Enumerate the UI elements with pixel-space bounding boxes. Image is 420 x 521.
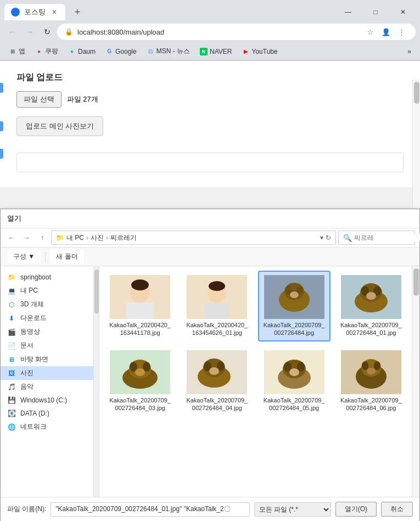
file-item-2[interactable]: KakaoTalk_20200709_002726484.jpg [258, 271, 331, 341]
photos-icon: 🖼 [7, 369, 16, 378]
file-thumb-7 [341, 350, 401, 394]
sidebar-item-music[interactable]: 🎵 음악 [1, 380, 93, 394]
file-grid: KakaoTalk_20200420_163441178.jpg KakaoTa… [104, 271, 407, 416]
filetype-select[interactable]: 모든 파일 (*.* [254, 502, 331, 517]
svg-rect-7 [204, 304, 229, 319]
breadcrumb-folder-icon: 📁 [56, 234, 64, 242]
breadcrumb-folder[interactable]: 찌르레기 [110, 233, 137, 243]
search-bar[interactable]: 🔍 [338, 231, 415, 245]
svg-point-43 [374, 361, 380, 370]
svg-point-44 [367, 368, 376, 374]
desktop-icon: 🖥 [7, 355, 16, 364]
bookmark-google[interactable]: G Google [101, 46, 141, 57]
sidebar-scrollbar-thumb[interactable] [94, 270, 99, 313]
filename-input[interactable] [51, 502, 249, 517]
dialog-back-button[interactable]: ← [5, 231, 18, 244]
new-folder-label: 새 폴더 [56, 252, 77, 261]
naver-icon: N [200, 48, 208, 55]
bookmark-star-icon[interactable]: ☆ [364, 25, 377, 38]
sidebar-item-documents[interactable]: 📄 문서 [1, 339, 93, 352]
upload-view-button[interactable]: 업로드 메인 사진보기 [16, 116, 103, 136]
bookmark-more-button[interactable]: » [403, 46, 416, 57]
file-name-0: KakaoTalk_20200420_163441178.jpg [108, 321, 172, 337]
file-item-4[interactable]: KakaoTalk_20200709_002726484_03.jpg [104, 346, 176, 417]
sidebar-item-downloads-label: 다운로드 [20, 313, 47, 323]
sidebar-item-3d[interactable]: ⬡ 3D 개체 [1, 298, 93, 311]
toolbar-separator [45, 252, 46, 262]
browser-tab[interactable]: 포스팅 ✕ [4, 4, 65, 20]
dialog-refresh-button[interactable]: ↻ [326, 234, 331, 242]
breadcrumb-mypc[interactable]: 내 PC [66, 233, 84, 243]
bookmark-apps-label: 앱 [19, 47, 25, 56]
new-folder-button[interactable]: 새 폴더 [50, 250, 83, 264]
text-input[interactable] [16, 153, 404, 172]
address-bar[interactable]: 🔒 localhost:8080/main/upload ☆ 👤 ⋮ [57, 24, 416, 40]
bookmark-apps[interactable]: ⊞ 앱 [4, 45, 30, 58]
svg-point-20 [366, 292, 376, 300]
dialog-title: 열기 [7, 214, 21, 223]
sidebar-scrollbar[interactable] [94, 266, 99, 497]
page-scrollbar-thumb[interactable] [414, 82, 419, 104]
dialog-up-button[interactable]: ↑ [36, 231, 49, 244]
sidebar-item-videos[interactable]: 🎬 동영상 [1, 325, 93, 339]
breadcrumb-dropdown-icon[interactable]: ▾ [320, 234, 323, 242]
file-item-6[interactable]: KakaoTalk_20200709_002726484_05.jpg [258, 346, 331, 417]
sidebar-item-mypc-label: 내 PC [20, 286, 38, 295]
new-tab-button[interactable]: + [70, 4, 85, 20]
page-scrollbar[interactable] [412, 80, 420, 211]
file-item-5[interactable]: KakaoTalk_20200709_002726484_04.jpg [181, 346, 253, 417]
refresh-button[interactable]: ↻ [40, 24, 55, 40]
upload-title: 파일 업로드 [16, 72, 404, 83]
close-button[interactable]: ✕ [390, 4, 416, 20]
sidebar-item-network[interactable]: 🌐 네트워크 [1, 420, 93, 434]
file-name-5: KakaoTalk_20200709_002726484_04.jpg [185, 396, 249, 412]
profile-icon[interactable]: 👤 [379, 25, 393, 38]
organize-button[interactable]: 구성 ▼ [7, 250, 41, 264]
sidebar-item-photos-label: 사진 [20, 368, 33, 378]
sidebar-item-windows[interactable]: 💾 Windows10 (C:) [1, 394, 93, 407]
url-text: localhost:8080/main/upload [77, 28, 360, 36]
daum-icon: ● [68, 48, 76, 55]
file-select-button[interactable]: 파일 선택 [16, 91, 61, 108]
search-input[interactable] [354, 234, 420, 242]
file-scrollbar[interactable] [412, 266, 419, 497]
file-item-1[interactable]: KakaoTalk_20200420_163454626_01.jpg [181, 271, 253, 341]
sidebar-item-data[interactable]: 💽 DATA (D:) [1, 407, 93, 420]
sidebar-item-springboot[interactable]: 📁 springboot [1, 271, 93, 284]
bookmark-naver-label: NAVER [210, 48, 232, 55]
open-button[interactable]: 열기(O) [335, 502, 377, 517]
file-grid-area[interactable]: KakaoTalk_20200420_163441178.jpg KakaoTa… [99, 266, 412, 497]
bookmark-daum[interactable]: ● Daum [64, 46, 100, 57]
breadcrumb-bar: 📁 내 PC › 사진 › 찌르레기 ▾ ↻ [51, 231, 336, 245]
dialog-nav-bar: ← → ↑ 📁 내 PC › 사진 › 찌르레기 ▾ ↻ 🔍 [1, 228, 419, 248]
svg-point-8 [209, 281, 225, 291]
tab-close-button[interactable]: ✕ [50, 8, 59, 16]
bookmark-msn[interactable]: ⊡ MSN - 뉴스 [142, 45, 194, 58]
dialog-forward-button[interactable]: → [20, 231, 33, 244]
sidebar-item-desktop[interactable]: 🖥 바탕 화면 [1, 352, 93, 366]
file-scrollbar-thumb[interactable] [413, 268, 419, 296]
file-item-7[interactable]: KakaoTalk_20200709_002726484_06.jpg [335, 346, 407, 417]
sidebar-item-mypc[interactable]: 💻 내 PC [1, 284, 93, 298]
sidebar-item-photos[interactable]: 🖼 사진 [1, 366, 93, 380]
sidebar-item-music-label: 음악 [20, 382, 33, 391]
file-item-3[interactable]: KakaoTalk_20200709_002726484_01.jpg [335, 271, 407, 341]
videos-icon: 🎬 [7, 328, 16, 337]
menu-icon[interactable]: ⋮ [395, 25, 408, 38]
maximize-button[interactable]: □ [363, 4, 388, 20]
sidebar-item-downloads[interactable]: ⬇ 다운로드 [1, 311, 93, 325]
dialog-title-bar: 열기 [1, 209, 419, 228]
file-item-0[interactable]: KakaoTalk_20200420_163441178.jpg [104, 271, 176, 341]
forward-button[interactable]: → [22, 24, 37, 40]
bookmark-coupang[interactable]: ● 쿠팡 [31, 45, 63, 58]
cancel-button[interactable]: 취소 [381, 502, 413, 517]
breadcrumb-photos[interactable]: 사진 [91, 233, 104, 243]
file-thumb-0 [110, 275, 170, 319]
back-button[interactable]: ← [4, 24, 20, 40]
title-bar: 포스팅 ✕ + — □ ✕ [0, 0, 420, 21]
sidebar-item-documents-label: 문서 [20, 341, 33, 350]
bookmark-naver[interactable]: N NAVER [195, 46, 236, 57]
minimize-button[interactable]: — [335, 4, 361, 20]
svg-point-26 [135, 368, 145, 376]
bookmark-youtube[interactable]: ▶ KakaoTalk_20200420_163441178.jpg YouTu… [238, 46, 282, 57]
